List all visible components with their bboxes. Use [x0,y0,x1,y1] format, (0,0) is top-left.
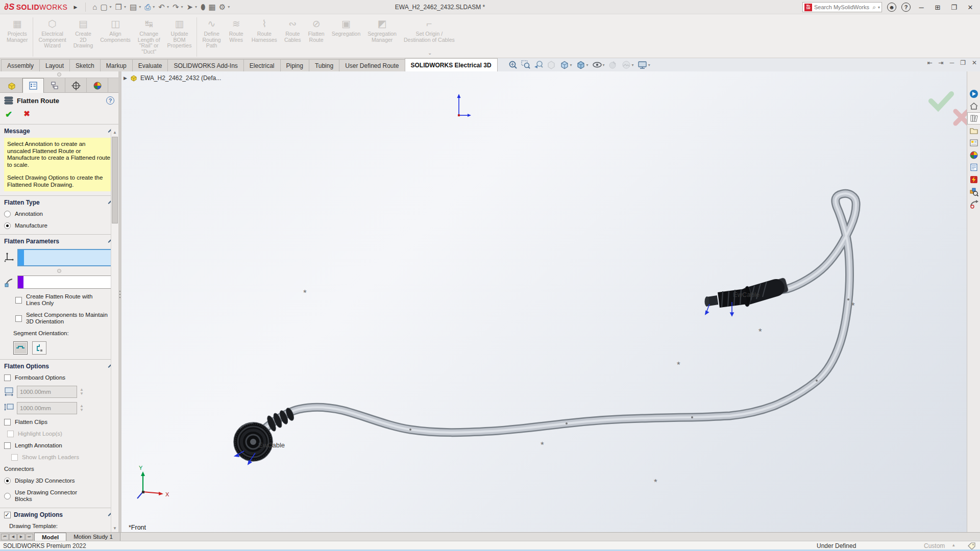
tab-scroll-first-icon[interactable]: ⏮ [1,534,9,540]
displaymanager-icon[interactable] [87,78,108,93]
dock-right-icon[interactable]: ⇥ [939,59,944,66]
align-components-button[interactable]: ◫AlignComponents [96,16,134,43]
electrical-route-update-icon[interactable] [967,198,980,210]
solidworks-electrical-icon[interactable] [967,173,980,186]
selection-box-grip[interactable] [57,269,61,273]
scrollbar-thumb[interactable] [112,137,118,223]
tile-windows-icon[interactable]: ⊞ [932,4,943,11]
dimxpertmanager-icon[interactable] [65,78,87,93]
tab-electrical[interactable]: Electrical [243,59,281,71]
projects-manager-button[interactable]: ▦ProjectsManager [3,16,31,43]
zoom-to-area-icon[interactable] [521,60,530,69]
zoom-to-fit-icon[interactable] [508,60,518,69]
display-style-icon[interactable]: ▾ [576,60,589,69]
tab-solidworks-electrical-3d[interactable]: SOLIDWORKS Electrical 3D [405,58,498,71]
view-settings-icon[interactable]: ▾ [638,60,650,69]
open-icon[interactable]: ❒ [114,2,124,13]
tab-layout[interactable]: Layout [39,59,70,71]
search-input[interactable] [814,4,870,10]
segment-orientation-vertical-button[interactable] [32,341,46,355]
featuremanager-tree-icon[interactable] [1,78,22,93]
flatten-clips-checkbox[interactable] [4,419,11,425]
drawing-options-header[interactable]: Drawing Options [14,511,109,518]
3d-scene[interactable]: EwCable [121,71,967,532]
configurationmanager-icon[interactable] [44,78,65,93]
flatten-options-header[interactable]: Flatten Options [4,363,109,370]
cable-label-lower[interactable]: EwCable [258,441,285,449]
manufacture-radio[interactable] [4,222,11,229]
create-2d-drawing-button[interactable]: ▤Create2DDrawing [70,16,97,49]
file-properties-icon[interactable]: ▦ [207,2,217,13]
propertymanager-icon[interactable] [22,78,44,93]
tab-solidworks-add-ins[interactable]: SOLIDWORKS Add-Ins [167,59,243,71]
set-origin-destination-of-cables-button[interactable]: ⌐Set Origin /Destination of Cables [400,16,458,43]
undo-icon[interactable]: ↶ [157,2,166,13]
graphics-viewport[interactable]: ▶ EWA_H2_2462_2432 (Defa... [121,71,967,532]
rebuild-icon[interactable]: ⬮ [199,2,207,13]
use-drawing-connector-blocks-radio[interactable] [4,493,11,499]
close-doc-icon[interactable]: ✕ [972,59,977,66]
options-gear-icon[interactable]: ⚙ [217,2,227,13]
save-icon[interactable]: ▤ [128,2,138,13]
route-asterisk-markers[interactable]: *** *** [303,288,855,487]
flatten-parameters-header[interactable]: Flatten Parameters [4,238,109,245]
tab-scroll-last-icon[interactable]: ⏭ [26,534,33,540]
tab-markup[interactable]: Markup [100,59,133,71]
file-explorer-icon[interactable] [967,124,980,137]
maintain-3d-checkbox[interactable] [15,315,22,322]
3dexperience-icon[interactable] [967,88,980,100]
tab-scroll-prev-icon[interactable]: ◀ [9,534,17,540]
tab-piping[interactable]: Piping [280,59,309,71]
segregation-button[interactable]: ▣Segregation [328,16,364,38]
message-header[interactable]: Message [4,128,109,135]
flatten-route-button[interactable]: ⊘FlattenRoute [305,16,328,43]
menu-flyout-arrow[interactable]: ▶ [74,5,77,10]
tab-scroll-next-icon[interactable]: ▶ [17,534,25,540]
tab-model[interactable]: Model [34,533,66,541]
cancel-button[interactable]: ✖ [23,109,30,120]
user-account-icon[interactable]: ☻ [887,3,896,12]
lines-only-checkbox[interactable] [15,297,22,304]
route-harnesses-button[interactable]: ⌇RouteHarnesses [248,16,281,43]
hide-show-items-icon[interactable]: ▾ [592,60,605,69]
ok-button[interactable]: ✔ [5,109,12,120]
panel-help-icon[interactable]: ? [106,96,114,105]
new-document-icon[interactable]: ▢ [99,2,109,13]
view-orientation-icon[interactable]: ▾ [559,60,572,69]
help-icon[interactable]: ? [901,3,911,12]
scroll-up-icon[interactable]: ▲ [111,129,118,136]
search-box[interactable]: MySW ⌕ ▾ [802,2,882,12]
custom-properties-icon[interactable] [967,161,980,173]
restore-doc-icon[interactable]: ❐ [960,59,966,66]
route-cables-button[interactable]: ∾RouteCables [281,16,305,43]
board-width-spinner[interactable]: ▲▼ [80,388,84,396]
flatten-type-header[interactable]: Flatten Type [4,199,109,206]
dock-left-icon[interactable]: ⇤ [927,59,933,66]
print-icon[interactable]: ⎙ [143,2,152,13]
drawing-options-checkbox[interactable] [4,512,11,518]
cable-route[interactable] [255,193,856,437]
tab-assembly[interactable]: Assembly [1,59,40,71]
view-palette-icon[interactable] [967,137,980,149]
scroll-down-icon[interactable]: ▼ [111,524,118,532]
restore-icon[interactable]: ❐ [948,4,960,11]
electrical-3d-tools-icon[interactable] [967,186,980,198]
flatten-segment-selection-box[interactable] [17,276,114,289]
tab-user-defined-route[interactable]: User Defined Route [339,59,405,71]
update-bom-properties-button[interactable]: ▥UpdateBOMProperties [164,16,195,49]
tab-motion-study[interactable]: Motion Study 1 [66,533,120,541]
close-icon[interactable]: ✕ [965,4,976,11]
search-icon[interactable]: ⌕ [872,4,876,11]
confirm-check-watermark[interactable] [931,94,951,108]
display-3d-connectors-radio[interactable] [4,478,11,484]
route-wires-button[interactable]: ≋RouteWires [225,16,248,43]
formboard-options-checkbox[interactable] [4,374,11,381]
design-library-icon[interactable] [967,112,980,124]
cable-label-upper[interactable]: EwCable [733,291,760,298]
minimize-doc-icon[interactable]: ─ [950,59,954,66]
change-length-of-rail-or-duct-button[interactable]: ↹ChangeLength of"Rail" or"Duct" [134,16,164,55]
statusbar-custom[interactable]: Custom [924,542,945,549]
segregation-manager-button[interactable]: ◩SegregationManager [364,16,400,43]
board-width-field[interactable] [17,386,77,398]
board-height-field[interactable] [17,402,77,414]
